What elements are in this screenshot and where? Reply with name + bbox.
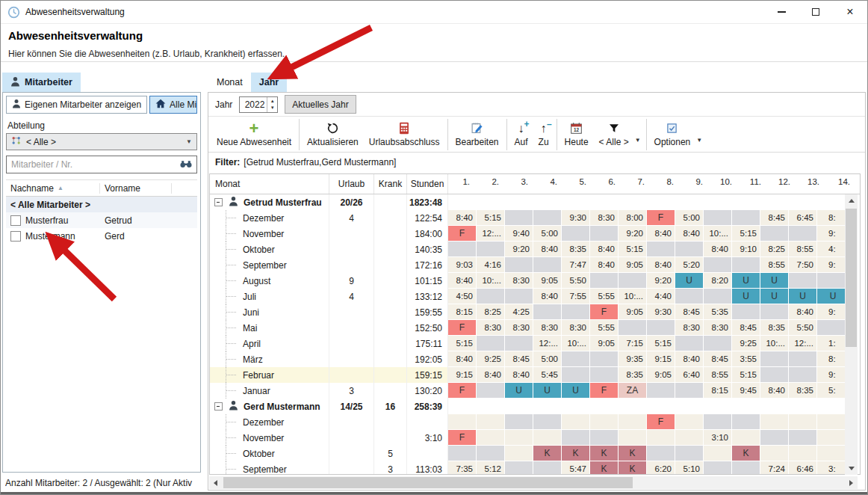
day-cell[interactable]: 5:45 [533,367,561,382]
employee-list-item[interactable]: MustermannGerd [6,228,197,244]
day-cell[interactable]: 8:35 [562,242,589,256]
day-cell[interactable]: 5:50 [789,320,816,335]
day-cell[interactable]: U [505,383,533,398]
day-cell[interactable]: 8:45 [704,351,731,366]
day-cell[interactable]: 9:25 [477,351,504,366]
day-cell[interactable]: 9:15 [647,351,675,366]
day-cell[interactable]: 8:45 [732,320,760,335]
day-cell[interactable]: F [590,304,618,319]
day-cell[interactable]: 5: [817,383,849,398]
day-cell[interactable]: 3: [817,461,849,475]
day-cell[interactable]: F [448,430,476,445]
month-row[interactable]: November184:00F12:...9:405:009:208:408:4… [210,226,860,242]
column-header-stunden[interactable]: Stunden [407,174,448,194]
day-cell[interactable]: 5:15 [619,242,646,256]
day-cell[interactable]: 5:20 [675,257,703,272]
day-cell[interactable] [647,242,675,256]
day-cell[interactable]: 8:25 [760,242,788,256]
day-cell[interactable] [704,289,731,304]
day-cell[interactable]: 8:30 [590,210,618,225]
day-cell[interactable]: 8:35 [619,367,646,382]
toolbar-button-alle[interactable]: < Alle > [594,117,634,152]
day-cell[interactable]: 8:40 [448,210,476,225]
month-row[interactable]: Dezember4122:548:405:159:308:308:00F5:00… [210,210,860,226]
day-cell[interactable]: 9:05 [619,304,646,319]
day-cell[interactable] [448,414,476,429]
column-header-day-9[interactable]: 9. [681,174,710,189]
day-cell[interactable] [732,257,760,272]
day-cell[interactable]: F [647,210,675,225]
day-cell[interactable]: 9:05 [590,336,618,351]
day-cell[interactable] [760,351,788,366]
day-cell[interactable] [675,446,703,461]
month-row[interactable]: Oktober140:359:208:408:358:405:158:409:1… [210,242,860,257]
month-row[interactable]: August9101:158:4010:...8:309:055:509:20U… [210,273,860,289]
day-cell[interactable] [675,383,703,398]
day-cell[interactable]: 8:40 [590,257,618,272]
employee-search-input[interactable] [7,159,180,170]
toolbar-button-auf[interactable]: ↓+Auf [509,117,533,152]
day-cell[interactable]: U [760,289,788,304]
column-header-day-3[interactable]: 3. [506,174,535,189]
day-cell[interactable]: 1: [817,336,849,351]
day-cell[interactable] [732,210,760,225]
day-cell[interactable]: 10:... [704,226,731,241]
day-cell[interactable] [675,430,703,445]
day-cell[interactable] [760,304,788,319]
day-cell[interactable] [789,367,816,382]
day-cell[interactable]: 5:00 [533,351,561,366]
tab-jahr[interactable]: Jahr [251,73,287,92]
day-cell[interactable] [619,430,646,445]
day-cell[interactable]: 7:50 [789,257,816,272]
day-cell[interactable] [760,446,788,461]
day-cell[interactable] [675,242,703,256]
day-cell[interactable] [732,304,760,319]
day-cell[interactable] [760,367,788,382]
chevron-down-icon[interactable]: ▼ [634,125,644,144]
column-header-day-1[interactable]: 1. [448,174,477,189]
day-cell[interactable]: 9:20 [619,226,646,241]
day-cell[interactable] [562,226,589,241]
month-row[interactable]: November3:10F3:10 [210,430,860,446]
day-cell[interactable]: 10:... [477,273,504,288]
day-cell[interactable]: 8:30 [562,320,589,335]
day-cell[interactable]: 9:03 [448,257,476,272]
day-cell[interactable] [477,430,504,445]
chevron-down-icon[interactable]: ▼ [695,125,705,144]
day-cell[interactable]: 12:... [533,336,561,351]
day-cell[interactable] [760,430,788,445]
tab-mitarbeiter[interactable]: Mitarbeiter [2,73,81,92]
day-cell[interactable]: 8:30 [675,320,703,335]
month-row[interactable]: Juli4133:124:508:407:555:5510:...4:40UUU… [210,289,860,304]
day-cell[interactable] [590,414,618,429]
all-employees-button[interactable]: Alle Mi [149,96,197,114]
day-cell[interactable] [477,383,504,398]
spinner-down-icon[interactable]: ▼ [270,105,275,111]
day-cell[interactable]: 8:15 [704,383,731,398]
day-cell[interactable] [505,336,533,351]
day-cell[interactable]: 5:15 [448,336,476,351]
column-header-krank[interactable]: Krank [374,174,407,194]
toolbar-button-neue-abwesenheit[interactable]: +Neue Abwesenheit [211,117,297,152]
day-cell[interactable]: 9:05 [533,273,561,288]
day-cell[interactable]: 8:40 [448,273,476,288]
day-cell[interactable]: 5:10 [675,461,703,475]
day-cell[interactable] [647,430,675,445]
day-cell[interactable]: 5:15 [732,367,760,382]
day-cell[interactable]: 10:... [562,336,589,351]
day-cell[interactable] [477,336,504,351]
day-cell[interactable]: 7:24 [760,461,788,475]
day-cell[interactable] [732,461,760,475]
day-cell[interactable]: 8:30 [505,273,533,288]
column-header-day-2[interactable]: 2. [477,174,506,189]
employee-group-row[interactable]: Getrud Musterfrau20/261823:48 [210,194,860,210]
day-cell[interactable]: 8:30 [704,320,731,335]
day-cell[interactable] [704,461,731,475]
day-cell[interactable] [562,304,589,319]
day-cell[interactable]: K [562,446,589,461]
day-cell[interactable]: 4: [817,242,849,256]
current-year-button[interactable]: Aktuelles Jahr [285,95,356,114]
employee-checkbox[interactable] [10,215,21,226]
day-cell[interactable] [817,430,849,445]
horizontal-scrollbar-thumb[interactable] [223,477,633,488]
